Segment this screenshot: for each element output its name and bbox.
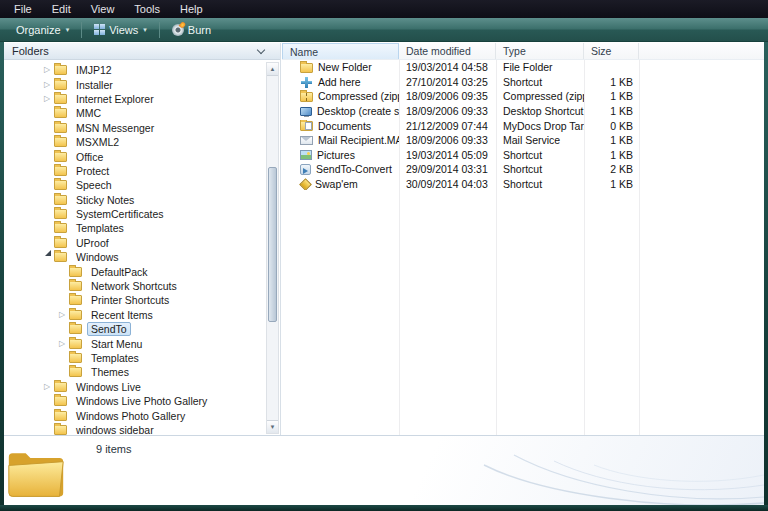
views-button[interactable]: Views ▾ [86, 22, 155, 38]
file-row-pictures[interactable]: Pictures19/03/2014 05:09Shortcut1 KB [282, 148, 764, 163]
scroll-up-button[interactable]: ▲ [267, 63, 278, 76]
collapsed-arrow-icon[interactable]: ▷ [44, 80, 54, 90]
file-row-documents[interactable]: Documents21/12/2009 07:44MyDocs Drop Tar… [282, 118, 764, 133]
file-row-sendto-convert[interactable]: SendTo-Convert29/09/2014 03:31Shortcut2 … [282, 162, 764, 177]
file-name-cell[interactable]: Mail Recipient.MAP... [282, 134, 399, 146]
tree-item-start-menu[interactable]: ▷Start Menu [4, 336, 266, 350]
explorer-window: FileEditViewToolsHelp Organize ▾ Views ▾… [0, 0, 768, 511]
file-name-cell[interactable]: Desktop (create sho... [282, 105, 399, 117]
column-header-size[interactable]: Size [584, 43, 639, 59]
tree-item-msxml2[interactable]: MSXML2 [4, 135, 266, 149]
tree-item-mmc[interactable]: MMC [4, 106, 266, 120]
file-row-swap-em[interactable]: Swap'em30/09/2014 04:03Shortcut1 KB [282, 177, 764, 192]
file-row-mail-recipient-map[interactable]: Mail Recipient.MAP...18/09/2006 09:33Mai… [282, 133, 764, 148]
scroll-down-button[interactable]: ▼ [267, 420, 278, 433]
folder-icon [54, 166, 67, 176]
menu-tools[interactable]: Tools [124, 0, 170, 18]
organize-button[interactable]: Organize ▾ [8, 22, 77, 38]
collapsed-arrow-icon[interactable]: ▷ [44, 94, 54, 104]
collapsed-arrow-icon[interactable]: ▷ [59, 310, 69, 320]
tree-item-label: MMC [72, 106, 105, 120]
tree-item-msn-messenger[interactable]: MSN Messenger [4, 121, 266, 135]
column-headers: NameDate modifiedTypeSize [282, 43, 764, 60]
tree-item-systemcertificates[interactable]: SystemCertificates [4, 207, 266, 221]
file-name-label: New Folder [318, 61, 372, 73]
tree-item-network-shortcuts[interactable]: Network Shortcuts [4, 279, 266, 293]
file-name-cell[interactable]: Documents [282, 120, 399, 132]
tree-item-label: Templates [87, 351, 143, 365]
file-date-cell: 19/03/2014 04:58 [399, 61, 496, 73]
organize-button-label: Organize [16, 24, 61, 36]
tree-item-windows-photo-gallery[interactable]: Windows Photo Gallery [4, 408, 266, 422]
tree-item-sendto[interactable]: SendTo [4, 322, 266, 336]
collapse-pane-chevron-icon[interactable] [257, 45, 265, 53]
tree-item-label: Printer Shortcuts [87, 293, 173, 307]
tree-item-label: windows sidebar [72, 423, 158, 435]
scrollbar-thumb[interactable] [268, 167, 277, 322]
menu-help[interactable]: Help [170, 0, 213, 18]
tree-item-label: Start Menu [87, 337, 146, 351]
column-header-type[interactable]: Type [496, 43, 584, 59]
documents-icon [300, 121, 313, 131]
tree-item-office[interactable]: Office [4, 149, 266, 163]
tree-item-recent-items[interactable]: ▷Recent Items [4, 308, 266, 322]
tree-item-windows-live-photo-gallery[interactable]: Windows Live Photo Gallery [4, 394, 266, 408]
tree-item-windows-live[interactable]: ▷Windows Live [4, 380, 266, 394]
tree-item-label: Windows Live Photo Gallery [72, 394, 211, 408]
file-name-label: Documents [318, 120, 371, 132]
column-header-date-modified[interactable]: Date modified [399, 43, 496, 59]
file-type-cell: File Folder [496, 61, 584, 73]
tree-item-uproof[interactable]: UProof [4, 236, 266, 250]
file-name-label: Swap'em [315, 178, 358, 190]
file-date-cell: 30/09/2014 04:03 [399, 178, 496, 190]
file-name-label: Add here [318, 76, 361, 88]
tree-item-defaultpack[interactable]: DefaultPack [4, 264, 266, 278]
collapsed-arrow-icon[interactable]: ▷ [44, 382, 54, 392]
file-type-cell: MyDocs Drop Tar... [496, 120, 584, 132]
file-name-cell[interactable]: Pictures [282, 149, 399, 161]
file-name-cell[interactable]: Compressed (zippe... [282, 90, 399, 102]
tree-item-label: Windows [72, 250, 123, 264]
menu-file[interactable]: File [4, 0, 42, 18]
tree-scrollbar[interactable]: ▲ ▼ [266, 62, 279, 434]
tree-item-label: Windows Live [72, 380, 145, 394]
collapsed-arrow-icon[interactable]: ▷ [44, 65, 54, 75]
toolbar-separator [81, 22, 82, 38]
tree-item-windows[interactable]: Windows [4, 250, 266, 264]
tree-item-speech[interactable]: Speech [4, 178, 266, 192]
tree-item-label: Internet Explorer [72, 92, 158, 106]
column-header-filler [639, 43, 764, 59]
folders-pane-header[interactable]: Folders [4, 43, 280, 60]
tree-item-printer-shortcuts[interactable]: Printer Shortcuts [4, 293, 266, 307]
burn-button[interactable]: Burn [164, 22, 219, 38]
menu-edit[interactable]: Edit [42, 0, 81, 18]
tree-item-label: Templates [72, 221, 128, 235]
tree-item-themes[interactable]: Themes [4, 365, 266, 379]
file-name-cell[interactable]: Add here [282, 76, 399, 88]
file-date-cell: 18/09/2006 09:33 [399, 105, 496, 117]
folder-icon [54, 80, 67, 90]
file-row-new-folder[interactable]: New Folder19/03/2014 04:58File Folder [282, 60, 764, 75]
zip-folder-icon [300, 92, 313, 102]
file-name-cell[interactable]: New Folder [282, 61, 399, 73]
file-name-cell[interactable]: SendTo-Convert [282, 163, 399, 175]
column-header-name[interactable]: Name [282, 43, 399, 59]
tree-item-templates[interactable]: Templates [4, 221, 266, 235]
file-size-cell: 1 KB [584, 76, 639, 88]
tree-item-protect[interactable]: Protect [4, 164, 266, 178]
collapsed-arrow-icon[interactable]: ▷ [59, 339, 69, 349]
file-row-desktop-create-sho[interactable]: Desktop (create sho...18/09/2006 09:33De… [282, 104, 764, 119]
selected-folder-icon [6, 440, 66, 504]
file-row-add-here[interactable]: Add here27/10/2014 03:25Shortcut1 KB [282, 75, 764, 90]
tree-item-imjp12[interactable]: ▷IMJP12 [4, 63, 266, 77]
file-date-cell: 21/12/2009 07:44 [399, 120, 496, 132]
folder-icon [54, 65, 67, 75]
tree-item-templates[interactable]: Templates [4, 351, 266, 365]
tree-item-windows-sidebar[interactable]: windows sidebar [4, 423, 266, 435]
file-name-cell[interactable]: Swap'em [282, 178, 399, 190]
tree-item-installer[interactable]: ▷Installer [4, 77, 266, 91]
file-row-compressed-zippe[interactable]: Compressed (zippe...18/09/2006 09:35Comp… [282, 89, 764, 104]
tree-item-sticky-notes[interactable]: Sticky Notes [4, 193, 266, 207]
tree-item-internet-explorer[interactable]: ▷Internet Explorer [4, 92, 266, 106]
menu-view[interactable]: View [81, 0, 125, 18]
